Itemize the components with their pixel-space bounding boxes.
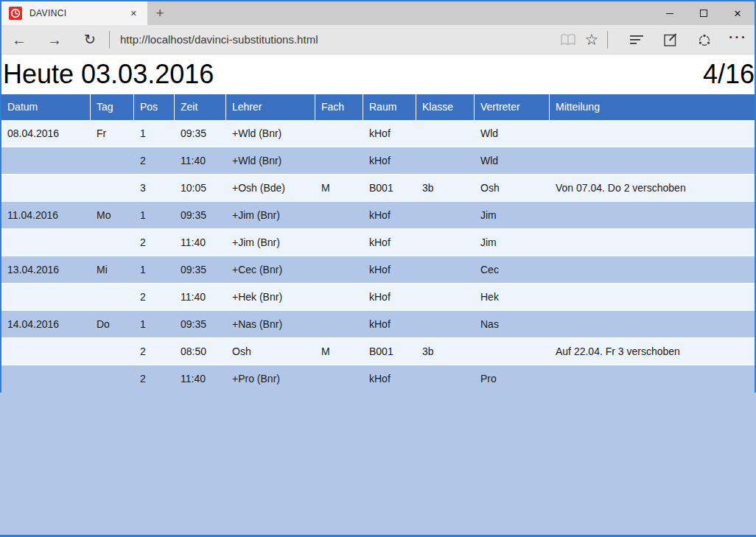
cell-lehrer: +Wld (Bnr) (226, 147, 315, 174)
cell-tag: Fr (91, 120, 134, 147)
cell-pos: 3 (134, 175, 175, 201)
cell-pos: 1 (134, 120, 175, 147)
cell-raum: B001 (363, 175, 416, 201)
address-bar[interactable]: http://localhost/davinci-substitutions.h… (111, 33, 559, 46)
cell-vertreter: Jim (475, 202, 550, 228)
browser-window: DAVINCI ✕ + ✕ ← → ↻ http://localhost/dav… (0, 0, 756, 393)
cell-datum: 14.04.2016 (1, 311, 91, 337)
cell-fach: M (315, 175, 363, 201)
table-row: 211:40+Wld (Bnr)kHofWld (1, 147, 755, 175)
cell-klasse (416, 147, 475, 174)
cell-klasse (416, 120, 475, 147)
column-header-mitteilung: Mitteilung (550, 94, 755, 120)
cell-tag: Mo (91, 202, 134, 228)
cell-zeit: 09:35 (175, 120, 226, 147)
web-note-icon[interactable] (661, 25, 680, 55)
cell-zeit: 11:40 (175, 365, 226, 393)
cell-zeit: 09:35 (175, 202, 226, 228)
table-header-row: DatumTagPosZeitLehrerFachRaumKlasseVertr… (1, 94, 755, 120)
cell-zeit: 11:40 (175, 284, 226, 310)
new-tab-button[interactable]: + (147, 1, 172, 25)
maximize-button[interactable] (687, 1, 721, 25)
cell-pos: 2 (134, 284, 175, 310)
cell-datum: 13.04.2016 (1, 256, 91, 283)
cell-klasse: 3b (416, 175, 475, 201)
cell-vertreter: Nas (475, 311, 550, 337)
share-icon[interactable] (695, 25, 714, 55)
cell-datum: 11.04.2016 (1, 202, 91, 228)
tab-title: DAVINCI (29, 8, 126, 18)
cell-klasse (416, 256, 475, 283)
cell-vertreter (475, 338, 550, 365)
cell-mitteilung (550, 202, 755, 228)
hub-icon[interactable] (627, 25, 646, 55)
cell-mitteilung: Auf 22.04. Fr 3 verschoben (550, 338, 755, 365)
refresh-button[interactable]: ↻ (79, 25, 101, 55)
close-window-button[interactable]: ✕ (721, 1, 755, 25)
cell-pos: 2 (134, 365, 175, 393)
cell-lehrer: +Cec (Bnr) (226, 256, 315, 283)
cell-raum: kHof (363, 284, 416, 310)
table-row: 11.04.2016Mo109:35+Jim (Bnr)kHofJim (1, 202, 755, 229)
cell-raum: kHof (363, 365, 416, 393)
cell-datum (1, 338, 91, 365)
cell-fach (315, 256, 363, 283)
cell-datum: 08.04.2016 (1, 120, 91, 147)
cell-fach (315, 284, 363, 310)
tab-strip-spacer (172, 1, 653, 25)
toolbar-divider (607, 31, 608, 49)
cell-tag (91, 229, 134, 256)
favorites-star-icon[interactable]: ☆ (582, 25, 601, 55)
table-body: 08.04.2016Fr109:35+Wld (Bnr)kHofWld211:4… (1, 120, 755, 393)
cell-fach (315, 147, 363, 174)
cell-datum (1, 147, 91, 174)
cell-datum (1, 229, 91, 256)
table-row: 211:40+Hek (Bnr)kHofHek (1, 284, 755, 311)
cell-tag (91, 338, 134, 365)
cell-mitteilung: Von 07.04. Do 2 verschoben (550, 175, 755, 201)
cell-mitteilung (550, 311, 755, 337)
close-tab-icon[interactable]: ✕ (126, 7, 141, 21)
cell-raum: kHof (363, 311, 416, 337)
cell-klasse (416, 202, 475, 228)
cell-datum (1, 284, 91, 310)
cell-raum: kHof (363, 256, 416, 283)
minimize-button[interactable] (653, 1, 687, 25)
cell-lehrer: +Osh (Bde) (226, 175, 315, 201)
cell-raum: kHof (363, 202, 416, 228)
page-heading: Heute 03.03.2016 4/16 (1, 55, 755, 94)
cell-zeit: 09:35 (175, 256, 226, 283)
cell-fach (315, 120, 363, 147)
column-header-zeit: Zeit (175, 94, 226, 120)
cell-vertreter: Osh (475, 175, 550, 201)
cell-lehrer: +Wld (Bnr) (226, 120, 315, 147)
cell-mitteilung (550, 120, 755, 147)
cell-zeit: 11:40 (175, 147, 226, 174)
table-row: 310:05+Osh (Bde)MB0013bOshVon 07.04. Do … (1, 175, 755, 202)
nav-divider (109, 31, 110, 49)
cell-raum: kHof (363, 147, 416, 174)
forward-button[interactable]: → (43, 25, 66, 55)
cell-tag: Mi (91, 256, 134, 283)
cell-pos: 1 (134, 202, 175, 228)
cell-raum: B001 (363, 338, 416, 365)
cell-datum (1, 365, 91, 393)
cell-fach (315, 311, 363, 337)
cell-klasse (416, 284, 475, 310)
cell-tag (91, 284, 134, 310)
cell-lehrer: +Nas (Bnr) (226, 311, 315, 337)
reading-view-icon[interactable] (559, 25, 578, 55)
cell-vertreter: Wld (475, 120, 550, 147)
cell-klasse: 3b (416, 338, 475, 365)
page-indicator: 4/16 (703, 59, 755, 90)
back-button[interactable]: ← (8, 25, 30, 55)
cell-fach (315, 365, 363, 393)
more-options-icon[interactable]: ··· (729, 29, 747, 50)
cell-pos: 2 (134, 147, 175, 174)
cell-tag (91, 147, 134, 174)
browser-tab-davinci[interactable]: DAVINCI ✕ (1, 1, 147, 25)
column-header-raum: Raum (363, 94, 416, 120)
cell-zeit: 08:50 (175, 338, 226, 365)
table-row: 211:40+Jim (Bnr)kHofJim (1, 229, 755, 256)
column-header-vertreter: Vertreter (475, 94, 550, 120)
